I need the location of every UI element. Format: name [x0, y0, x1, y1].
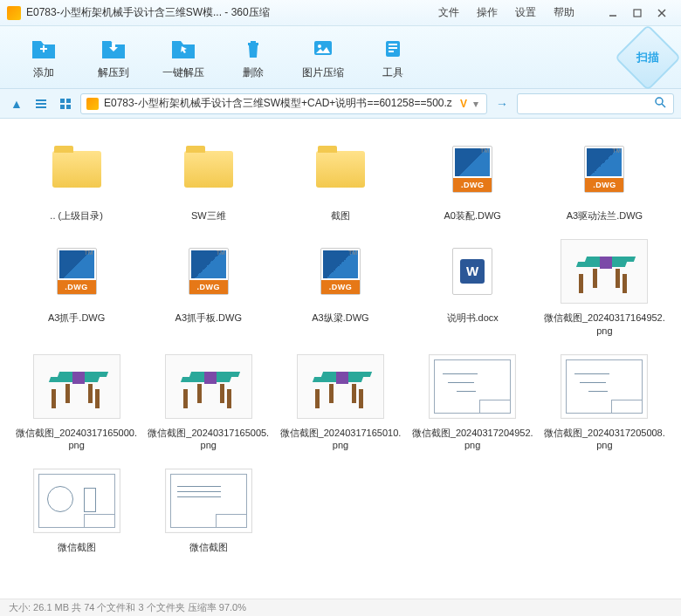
add-button[interactable]: 添加	[9, 34, 79, 80]
image-thumbnail	[33, 354, 120, 419]
file-item[interactable]: 微信截图	[142, 461, 274, 559]
file-item[interactable]: .. (上级目录)	[10, 129, 142, 228]
toolbar: 添加 解压到 一键解压 删除 图片压缩 工具 扫描	[0, 26, 681, 89]
image-thumbnail	[561, 354, 648, 419]
archive-icon	[86, 98, 99, 110]
file-name: 微信截图_20240317165000.png	[16, 427, 138, 453]
navbar: ▲ E0783-小型桁架机械手设计含三维SW模型+CAD+说明书==601258…	[0, 89, 681, 119]
tools-label: 工具	[382, 65, 403, 80]
file-item[interactable]: 微信截图_20240317164952.png	[539, 231, 671, 343]
svg-line-20	[662, 104, 665, 107]
svg-rect-16	[66, 99, 71, 103]
file-item[interactable]: 微信截图_20240317165010.png	[274, 346, 406, 458]
file-name: 微信截图_20240317165005.png	[148, 427, 270, 453]
titlebar: E0783-小型桁架机械手设计含三维SW模... - 360压缩 文件 操作 设…	[0, 0, 681, 26]
svg-rect-14	[36, 106, 46, 108]
file-name: 微信截图	[58, 541, 96, 554]
svg-rect-10	[389, 47, 397, 49]
svg-rect-1	[634, 10, 641, 17]
file-item[interactable]: 微信截图_20240317165005.png	[142, 346, 274, 458]
add-label: 添加	[33, 65, 54, 80]
image-thumbnail	[33, 469, 120, 533]
file-name: SW三维	[191, 209, 226, 222]
file-name: 微信截图_20240317205008.png	[543, 427, 665, 453]
docx-icon: W	[452, 248, 492, 295]
image-thumbnail	[165, 354, 252, 419]
delete-icon	[239, 34, 267, 62]
dwg-icon: TM.DWG	[452, 146, 492, 193]
svg-rect-18	[66, 105, 71, 109]
file-item[interactable]: TM.DWGA3纵梁.DWG	[274, 231, 406, 343]
add-icon	[30, 34, 58, 62]
minimize-button[interactable]	[601, 4, 625, 22]
file-item[interactable]: 截图	[274, 129, 406, 228]
maximize-button[interactable]	[625, 4, 650, 22]
delete-label: 删除	[243, 65, 264, 80]
view-list-icon[interactable]	[31, 94, 51, 113]
file-name: 微信截图	[189, 541, 228, 554]
extract-to-icon	[100, 34, 127, 62]
scan-label: 扫描	[636, 50, 659, 65]
search-icon	[654, 96, 666, 112]
menu-help[interactable]: 帮助	[545, 5, 583, 20]
file-name: A3驱动法兰.DWG	[567, 209, 643, 222]
folder-icon	[52, 151, 101, 188]
dwg-icon: TM.DWG	[320, 248, 361, 295]
svg-rect-5	[43, 45, 45, 52]
image-thumbnail	[429, 354, 516, 419]
file-item[interactable]: SW三维	[142, 129, 274, 228]
dwg-icon: TM.DWG	[584, 146, 624, 193]
chevron-down-icon[interactable]: ▾	[471, 98, 481, 110]
file-name: 说明书.docx	[447, 311, 499, 325]
svg-rect-15	[60, 99, 65, 103]
nav-up-icon[interactable]: ▲	[7, 94, 26, 113]
svg-rect-12	[36, 99, 46, 101]
menu-operate[interactable]: 操作	[468, 5, 506, 20]
svg-point-7	[318, 44, 321, 48]
svg-rect-11	[389, 51, 394, 52]
file-name: .. (上级目录)	[50, 209, 103, 222]
file-item[interactable]: 微信截图_20240317165000.png	[10, 346, 142, 458]
file-name: A0装配.DWG	[444, 209, 500, 222]
file-item[interactable]: TM.DWGA3抓手.DWG	[10, 231, 142, 343]
image-thumbnail	[297, 354, 384, 419]
file-item[interactable]: 微信截图_20240317205008.png	[539, 346, 671, 458]
folder-icon	[316, 151, 365, 188]
scan-button[interactable]: 扫描	[623, 33, 672, 82]
path-text: E0783-小型桁架机械手设计含三维SW模型+CAD+说明书==601258==…	[104, 96, 452, 111]
status-text: 大小: 26.1 MB 共 74 个文件和 3 个文件夹 压缩率 97.0%	[9, 601, 246, 614]
nav-forward-icon[interactable]: →	[492, 94, 512, 113]
file-item[interactable]: W说明书.docx	[407, 231, 539, 343]
image-thumbnail	[561, 239, 648, 304]
svg-rect-17	[60, 105, 65, 109]
path-input[interactable]: E0783-小型桁架机械手设计含三维SW模型+CAD+说明书==601258==…	[80, 93, 487, 114]
file-item[interactable]: TM.DWGA3驱动法兰.DWG	[539, 129, 671, 228]
menu-file[interactable]: 文件	[430, 5, 468, 20]
verified-icon: V	[457, 98, 471, 110]
file-item[interactable]: 微信截图	[10, 461, 142, 559]
extract-to-button[interactable]: 解压到	[79, 34, 148, 80]
dwg-icon: TM.DWG	[57, 248, 97, 295]
one-click-extract-button[interactable]: 一键解压	[148, 34, 218, 80]
image-thumbnail	[165, 469, 252, 533]
menu-settings[interactable]: 设置	[506, 5, 545, 20]
file-name: 微信截图_20240317204952.png	[411, 427, 533, 453]
close-button[interactable]	[650, 4, 674, 22]
svg-point-19	[656, 98, 663, 105]
file-item[interactable]: 微信截图_20240317204952.png	[407, 346, 539, 458]
file-name: 微信截图_20240317165010.png	[279, 427, 402, 453]
file-name: 截图	[331, 209, 350, 222]
dwg-icon: TM.DWG	[189, 248, 229, 295]
window-title: E0783-小型桁架机械手设计含三维SW模... - 360压缩	[26, 5, 270, 20]
file-grid: .. (上级目录)SW三维截图TM.DWGA0装配.DWGTM.DWGA3驱动法…	[0, 119, 681, 599]
svg-rect-13	[36, 103, 46, 105]
file-item[interactable]: TM.DWGA3抓手板.DWG	[142, 231, 274, 343]
image-compress-button[interactable]: 图片压缩	[288, 34, 358, 80]
image-compress-icon	[309, 34, 337, 62]
file-item[interactable]: TM.DWGA0装配.DWG	[407, 129, 539, 228]
one-click-label: 一键解压	[162, 65, 204, 80]
delete-button[interactable]: 删除	[218, 34, 288, 80]
view-grid-icon[interactable]	[56, 94, 75, 113]
tools-button[interactable]: 工具	[358, 34, 428, 80]
search-input[interactable]	[517, 93, 674, 114]
